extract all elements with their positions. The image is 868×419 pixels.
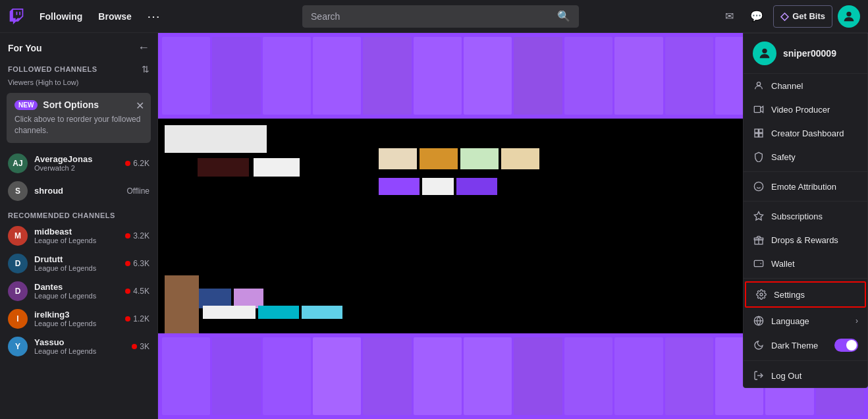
channel-item-yassuo[interactable]: Y Yassuo League of Legends 3K — [0, 333, 157, 360]
channel-name-irelking3: irelking3 — [34, 310, 119, 320]
dropdown-item-drops-rewards[interactable]: Drops & Rewards — [744, 228, 867, 252]
content-block-2 — [198, 158, 249, 177]
svg-rect-3 — [754, 106, 760, 112]
video-icon — [753, 103, 765, 115]
content-block-3 — [254, 158, 300, 177]
channel-item-shroud[interactable]: S shroud Offline — [0, 177, 157, 205]
dark-theme-label: Dark Theme — [771, 341, 828, 350]
creator-dashboard-label: Creator Dashboard — [771, 128, 858, 138]
dropdown-item-video-producer[interactable]: Video Producer — [744, 98, 867, 121]
channel-name-drututt: Drututt — [34, 254, 119, 264]
colored-row-2 — [379, 178, 497, 195]
divider-2 — [744, 201, 867, 202]
dropdown-item-creator-dashboard[interactable]: Creator Dashboard — [744, 121, 867, 145]
safety-label: Safety — [771, 152, 858, 162]
live-dot-drututt — [125, 261, 130, 266]
dropdown-item-language[interactable]: Language › — [744, 309, 867, 333]
channel-item-dantes[interactable]: D Dantes League of Legends 4.5K — [0, 277, 157, 305]
avatar-drututt: D — [8, 254, 28, 273]
dashboard-icon — [753, 127, 765, 139]
channel-viewers-irelking3: 1.2K — [125, 314, 149, 323]
dropdown-item-channel[interactable]: Channel — [744, 74, 867, 98]
bcr-2 — [258, 306, 299, 319]
nav-links: Following Browse ⋯ — [33, 7, 163, 26]
channel-item-midbeast[interactable]: M midbeast League of Legends 3.2K — [0, 222, 157, 250]
dropdown-username: sniper00009 — [783, 48, 836, 59]
live-dot-dantes — [125, 289, 130, 294]
browse-link[interactable]: Browse — [92, 7, 138, 26]
sidebar-collapse-button[interactable]: ← — [138, 41, 149, 55]
toggle-knob — [846, 340, 857, 350]
dropdown-item-subscriptions[interactable]: Subscriptions — [744, 204, 867, 228]
sidebar: For You ← FOLLOWED CHANNELS ⇅ Viewers (H… — [0, 33, 158, 419]
dropdown-item-emote-attribution[interactable]: Emote Attribution — [744, 175, 867, 198]
svg-point-2 — [757, 82, 760, 86]
content-block-1 — [165, 125, 267, 153]
drops-rewards-label: Drops & Rewards — [771, 235, 858, 245]
dark-theme-toggle[interactable] — [834, 339, 858, 352]
emote-attribution-label: Emote Attribution — [771, 182, 858, 192]
sort-options-title: Sort Options — [43, 99, 99, 110]
gift-icon — [753, 234, 765, 246]
svg-rect-5 — [755, 129, 758, 132]
followed-sort-button[interactable]: ⇅ — [142, 64, 149, 74]
search-box[interactable]: 🔍 — [302, 5, 579, 28]
subscriptions-label: Subscriptions — [771, 211, 858, 221]
channel-viewers-midbeast: 3.2K — [125, 231, 149, 240]
avatar-shroud: S — [8, 181, 28, 201]
channel-item-drututt[interactable]: D Drututt League of Legends 6.3K — [0, 250, 157, 277]
channel-item-averagejonas[interactable]: AJ AverageJonas Overwatch 2 6.2K — [0, 150, 157, 177]
avatar-yassuo: Y — [8, 337, 28, 356]
channel-game-drututt: League of Legends — [34, 264, 119, 272]
colored-row-1 — [379, 148, 539, 169]
bcr-1 — [203, 306, 256, 319]
language-label: Language — [771, 316, 849, 326]
globe-icon — [753, 315, 765, 327]
new-badge: NEW — [14, 100, 38, 110]
person-icon — [753, 80, 765, 92]
channel-info-drututt: Drututt League of Legends — [34, 254, 119, 272]
divider-1 — [744, 171, 867, 172]
topnav-right: ✉ 💬 ◇ Get Bits — [718, 5, 868, 28]
dropdown-item-safety[interactable]: Safety — [744, 145, 867, 169]
chevron-right-icon: › — [855, 316, 858, 325]
emote-icon — [753, 181, 765, 192]
color-block-1 — [379, 148, 417, 169]
dropdown-item-settings[interactable]: Settings — [745, 281, 866, 308]
color-block-5 — [379, 178, 420, 195]
user-dropdown-menu: sniper00009 Channel Video Producer Creat… — [743, 33, 868, 388]
svg-point-9 — [754, 182, 763, 190]
inbox-button[interactable]: ✉ — [718, 5, 740, 28]
wallet-icon — [753, 258, 765, 269]
dropdown-item-logout[interactable]: Log Out — [744, 364, 867, 387]
channel-name-shroud: shroud — [34, 186, 121, 196]
divider-3 — [744, 278, 867, 279]
user-avatar-button[interactable] — [838, 5, 860, 28]
video-producer-label: Video Producer — [771, 105, 858, 115]
channel-viewers-yassuo: 3K — [132, 342, 149, 351]
channel-name-dantes: Dantes — [34, 282, 119, 292]
svg-rect-8 — [759, 134, 763, 137]
star-icon — [753, 210, 765, 222]
channel-name-averagejonas: AverageJonas — [34, 154, 119, 164]
channel-label: Channel — [771, 81, 858, 91]
sort-options-close-button[interactable]: ✕ — [136, 99, 144, 112]
dropdown-item-wallet[interactable]: Wallet — [744, 252, 867, 275]
channel-info-dantes: Dantes League of Legends — [34, 282, 119, 300]
dropdown-item-dark-theme[interactable]: Dark Theme — [744, 333, 867, 358]
twitch-logo[interactable] — [0, 9, 33, 24]
search-icon: 🔍 — [557, 10, 570, 22]
following-link[interactable]: Following — [33, 7, 89, 26]
get-bits-button[interactable]: ◇ Get Bits — [773, 5, 832, 28]
sort-options-description: Click above to reorder your followed cha… — [14, 114, 143, 136]
search-input[interactable] — [311, 11, 557, 22]
channel-name-midbeast: midbeast — [34, 227, 119, 237]
color-block-6 — [422, 178, 454, 195]
channel-viewers-drututt: 6.3K — [125, 259, 149, 268]
channel-item-irelking3[interactable]: I irelking3 League of Legends 1.2K — [0, 305, 157, 333]
svg-marker-12 — [754, 211, 763, 220]
gear-icon — [755, 289, 767, 300]
notifications-button[interactable]: 💬 — [746, 5, 768, 28]
more-button[interactable]: ⋯ — [144, 7, 163, 26]
sort-options-header: NEW Sort Options ✕ — [14, 99, 143, 110]
